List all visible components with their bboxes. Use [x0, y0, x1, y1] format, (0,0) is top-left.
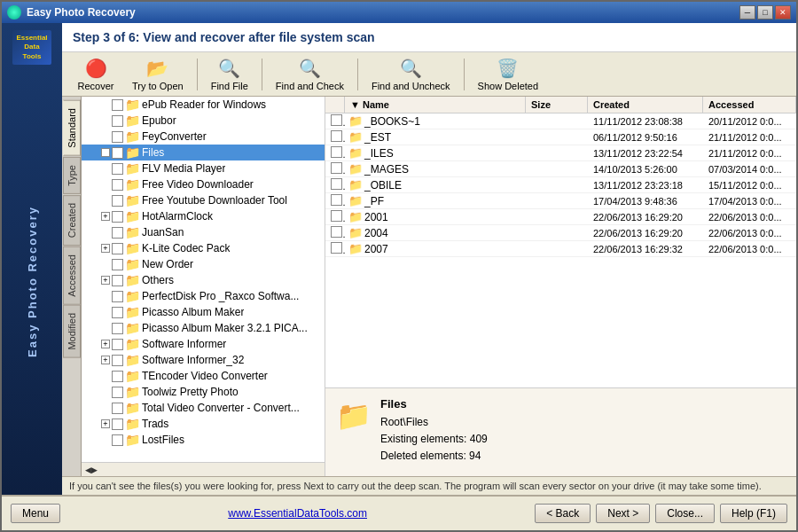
tree-checkbox[interactable] [112, 179, 123, 191]
tree-checkbox[interactable] [112, 163, 123, 175]
tree-checkbox[interactable] [112, 434, 123, 446]
tab-modified[interactable]: Modified [63, 305, 81, 358]
help-button[interactable]: Help (F1) [720, 504, 787, 523]
tree-item[interactable]: 📁TEncoder Video Converter [82, 368, 325, 384]
checkbox[interactable] [331, 130, 342, 142]
tree-item[interactable]: 📁Picasso Album Maker 3.2.1 PICA... [82, 320, 325, 336]
row-checkbox[interactable] [325, 113, 345, 129]
tree-item[interactable]: +📁Software Informer [82, 336, 325, 352]
checkbox[interactable] [331, 242, 342, 254]
file-row[interactable]: 📁 _OBILE 13/11/2012 23:23:18 15/11/2012 … [325, 177, 796, 193]
tree-checkbox[interactable] [112, 211, 123, 223]
tree-checkbox[interactable] [112, 419, 123, 430]
tab-type[interactable]: Type [63, 157, 81, 194]
file-row[interactable]: 📁 _MAGES 14/10/2013 5:26:00 07/03/2014 0… [325, 161, 796, 177]
maximize-button[interactable]: □ [757, 5, 773, 20]
tree-checkbox[interactable] [112, 195, 123, 207]
tree-checkbox[interactable] [112, 307, 123, 318]
row-checkbox[interactable] [325, 177, 345, 192]
row-checkbox[interactable] [325, 193, 345, 208]
tree-item[interactable]: +📁Software Informer_32 [82, 352, 325, 368]
tree-checkbox[interactable] [112, 387, 123, 398]
checkbox[interactable] [331, 178, 342, 190]
checkbox[interactable] [331, 210, 342, 222]
tree-item[interactable]: +📁Others [82, 272, 325, 288]
find-check-button[interactable]: 🔍 Find and Check [268, 54, 352, 95]
checkbox[interactable] [331, 114, 342, 126]
tree-item[interactable]: 📁Picasso Album Maker [82, 304, 325, 320]
row-checkbox[interactable] [325, 145, 345, 160]
file-row[interactable]: 📁 _BOOKS~1 11/11/2012 23:08:38 20/11/201… [325, 113, 796, 129]
tree-item[interactable]: 📁PerfectDisk Pro _Raxco Softwa... [82, 288, 325, 304]
tree-checkbox[interactable] [112, 275, 123, 286]
tree-item[interactable]: 📁Toolwiz Pretty Photo [82, 384, 325, 400]
file-row[interactable]: 📁 _EST 06/11/2012 9:50:16 21/11/2012 0:0… [325, 129, 796, 145]
tree-item[interactable]: 📁Total Video Converter - Convert... [82, 400, 325, 416]
tree-item[interactable]: +📁K-Lite Codec Pack [82, 240, 325, 256]
row-checkbox[interactable] [325, 161, 345, 176]
website-link[interactable]: www.EssentialDataTools.com [228, 507, 367, 520]
find-file-button[interactable]: 🔍 Find File [203, 54, 256, 95]
tree-item[interactable]: 📁FLV Media Player [82, 160, 325, 176]
close-button[interactable]: ✕ [775, 5, 791, 20]
back-button[interactable]: < Back [535, 504, 591, 523]
tree-item[interactable]: 📁LostFiles [82, 432, 325, 448]
col-header-size[interactable]: Size [526, 97, 588, 113]
tree-checkbox[interactable] [112, 131, 123, 143]
expand-icon[interactable]: + [101, 419, 110, 428]
file-row[interactable]: 📁 _ILES 13/11/2012 23:22:54 21/11/2012 0… [325, 145, 796, 161]
tree-checkbox[interactable] [112, 259, 123, 270]
tab-created[interactable]: Created [63, 195, 81, 246]
tree-checkbox[interactable] [112, 323, 123, 334]
file-row[interactable]: 📁 2007 22/06/2013 16:29:32 22/06/2013 0:… [325, 241, 796, 257]
tree-item[interactable]: 📁ePub Reader for Windows [82, 97, 325, 113]
expand-icon[interactable]: + [101, 244, 110, 253]
show-deleted-button[interactable]: 🗑️ Show Deleted [470, 54, 547, 95]
checkbox[interactable] [331, 162, 342, 174]
tree-checkbox[interactable] [112, 147, 123, 159]
tree-scroll-x[interactable]: ◀▶ [82, 462, 325, 476]
tab-accessed[interactable]: Accessed [63, 246, 81, 305]
tree-item[interactable]: +📁Trads [82, 416, 325, 432]
checkbox[interactable] [331, 194, 342, 206]
tree-checkbox[interactable] [112, 291, 123, 302]
row-checkbox[interactable] [325, 225, 345, 240]
checkbox[interactable] [331, 146, 342, 158]
col-header-name[interactable]: ▼ Name [345, 97, 526, 113]
file-list[interactable]: ▼ Name Size Created Accessed 📁 _BOOKS~1 … [325, 97, 796, 387]
tree-item[interactable]: 📁Free Video Downloader [82, 176, 325, 192]
next-button[interactable]: Next > [596, 504, 650, 523]
row-checkbox[interactable] [325, 209, 345, 224]
menu-button[interactable]: Menu [11, 504, 60, 523]
tree-checkbox[interactable] [112, 227, 123, 239]
file-tree-scroll[interactable]: 📁ePub Reader for Windows📁Epubor📁FeyConve… [82, 97, 325, 462]
col-header-created[interactable]: Created [588, 97, 703, 113]
row-checkbox[interactable] [325, 241, 345, 256]
tree-item[interactable]: 📁Free Youtube Downloader Tool [82, 192, 325, 208]
minimize-button[interactable]: ─ [739, 5, 755, 20]
tree-checkbox[interactable] [112, 99, 123, 111]
find-uncheck-button[interactable]: 🔍 Find and Uncheck [364, 54, 458, 95]
expand-icon[interactable]: + [101, 148, 110, 157]
expand-icon[interactable]: + [101, 212, 110, 221]
expand-icon[interactable]: + [101, 340, 110, 348]
tree-item[interactable]: +📁HotAlarmClock [82, 208, 325, 224]
tree-item[interactable]: 📁Epubor [82, 113, 325, 129]
try-open-button[interactable]: 📂 Try to Open [124, 54, 192, 95]
tree-checkbox[interactable] [112, 339, 123, 350]
tree-item[interactable]: 📁FeyConverter [82, 129, 325, 145]
tree-checkbox[interactable] [112, 115, 123, 127]
tree-item[interactable]: 📁JuanSan [82, 224, 325, 240]
file-row[interactable]: 📁 2001 22/06/2013 16:29:20 22/06/2013 0:… [325, 209, 796, 225]
checkbox[interactable] [331, 226, 342, 238]
tree-checkbox[interactable] [112, 355, 123, 366]
file-row[interactable]: 📁 _PF 17/04/2013 9:48:36 17/04/2013 0:0.… [325, 193, 796, 209]
tree-checkbox[interactable] [112, 403, 123, 414]
tree-checkbox[interactable] [112, 243, 123, 254]
expand-icon[interactable]: + [101, 276, 110, 285]
recover-button[interactable]: 🔴 Recover [69, 54, 122, 95]
close-dialog-button[interactable]: Close... [655, 504, 715, 523]
expand-icon[interactable]: + [101, 356, 110, 364]
row-checkbox[interactable] [325, 129, 345, 145]
tab-standard[interactable]: Standard [63, 100, 81, 156]
